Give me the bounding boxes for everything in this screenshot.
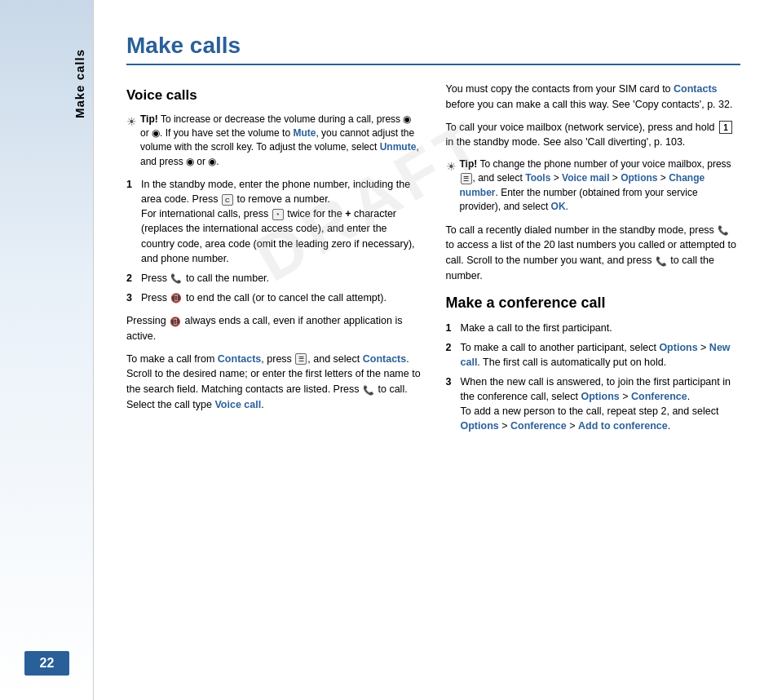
voicemail-link: Voice mail xyxy=(562,172,609,184)
tip-text-2: Tip! To change the phone number of your … xyxy=(460,157,741,215)
add-to-conference-link: Add to conference xyxy=(578,420,668,432)
voice-calls-title: Voice calls xyxy=(126,85,422,106)
step-3: 3 Press 📵 to end the call (or to cancel … xyxy=(126,290,422,305)
conf-step-text-3: When the new call is answered, to join t… xyxy=(461,374,741,434)
call-key-4: 📞 xyxy=(656,255,667,268)
step-1: 1 In the standby mode, enter the phone n… xyxy=(126,177,422,266)
contacts-link-3: Contacts xyxy=(674,83,717,95)
page-title: Make calls xyxy=(126,33,740,65)
contacts-link-2: Contacts xyxy=(363,353,406,365)
step-num-2: 2 xyxy=(126,271,136,286)
end-key: 📵 xyxy=(170,292,182,305)
tip-icon-2: ☀ xyxy=(446,158,457,215)
options-link-3: Options xyxy=(581,391,620,402)
sim-copy-para: You must copy the contacts from your SIM… xyxy=(446,82,741,113)
options-link-4: Options xyxy=(461,420,499,432)
end-key-2: 📵 xyxy=(170,315,181,329)
tip-box-1: ☀ Tip! To increase or decrease the volum… xyxy=(126,113,422,170)
voice-call-steps: 1 In the standby mode, enter the phone n… xyxy=(126,177,422,305)
conference-steps: 1 Make a call to the first participant. … xyxy=(446,321,741,434)
page-number: 22 xyxy=(24,651,69,676)
conf-step-num-3: 3 xyxy=(446,374,456,434)
tools-link: Tools xyxy=(525,172,550,184)
menu-key: ☰ xyxy=(295,353,307,365)
left-column: Voice calls ☀ Tip! To increase or decrea… xyxy=(126,82,422,676)
call-key: 📞 xyxy=(170,272,182,286)
conference-link-2: Conference xyxy=(510,420,567,432)
conference-link-1: Conference xyxy=(631,391,687,402)
call-key-3: 📞 xyxy=(718,224,729,237)
number-1-callout: 1 xyxy=(719,121,732,134)
step-text-2: Press 📞 to call the number. xyxy=(141,271,269,286)
step-num-3: 3 xyxy=(126,290,136,305)
tip-icon-1: ☀ xyxy=(126,113,137,170)
ok-link: OK xyxy=(551,201,566,212)
contacts-link-1: Contacts xyxy=(218,353,261,365)
call-key-2: 📞 xyxy=(363,383,374,397)
star-key: * xyxy=(272,209,284,220)
step-num-1: 1 xyxy=(126,177,136,266)
conference-section-title: Make a conference call xyxy=(446,292,741,314)
options-link-1: Options xyxy=(621,172,657,184)
right-column: You must copy the contacts from your SIM… xyxy=(446,82,741,676)
step-2: 2 Press 📞 to call the number. xyxy=(126,271,422,286)
contacts-call-para: To make a call from Contacts, press ☰, a… xyxy=(126,352,422,413)
clear-key: C xyxy=(222,194,233,206)
tip-text-1: Tip! To increase or decrease the volume … xyxy=(140,113,422,170)
conf-step-2: 2 To make a call to another participant,… xyxy=(446,340,741,370)
step-text-3: Press 📵 to end the call (or to cancel th… xyxy=(141,290,386,305)
conf-step-num-2: 2 xyxy=(446,340,456,370)
step-text-1: In the standby mode, enter the phone num… xyxy=(141,177,422,266)
main-content: Make calls Voice calls ☀ Tip! To increas… xyxy=(94,0,773,700)
voice-call-link: Voice call xyxy=(214,399,261,410)
options-link-2: Options xyxy=(659,342,697,353)
two-column-layout: Voice calls ☀ Tip! To increase or decrea… xyxy=(126,82,740,676)
mute-link: Mute xyxy=(293,127,316,139)
voicemail-para: To call your voice mailbox (network serv… xyxy=(446,120,741,151)
conf-step-1: 1 Make a call to the first participant. xyxy=(446,321,741,335)
conf-step-num-1: 1 xyxy=(446,321,456,335)
conf-step-3: 3 When the new call is answered, to join… xyxy=(446,374,741,434)
unmute-link: Unmute xyxy=(380,141,417,153)
pressing-para: Pressing 📵 always ends a call, even if a… xyxy=(126,313,422,344)
menu-key-2: ☰ xyxy=(461,173,472,184)
conf-step-text-2: To make a call to another participant, s… xyxy=(461,340,741,370)
sidebar: Make calls 22 xyxy=(0,0,94,700)
conf-step-text-1: Make a call to the first participant. xyxy=(461,321,612,335)
recent-dialed-para: To call a recently dialed number in the … xyxy=(446,223,741,284)
tip-box-2: ☀ Tip! To change the phone number of you… xyxy=(446,157,741,215)
sidebar-label: Make calls xyxy=(73,49,86,118)
